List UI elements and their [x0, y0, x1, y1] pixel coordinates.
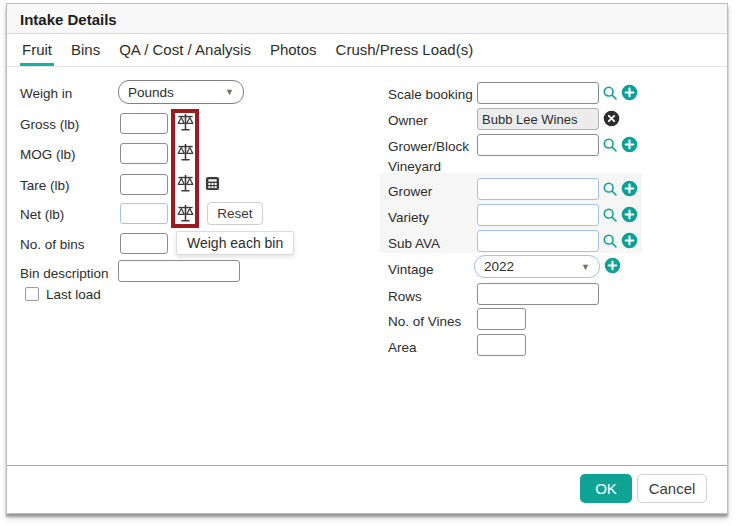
add-icon[interactable] [621, 180, 638, 197]
net-label: Net (lb) [20, 207, 64, 222]
weigh-each-bin-tooltip: Weigh each bin [176, 231, 294, 255]
dialog-titlebar: Intake Details [7, 4, 727, 34]
bins-count-label: No. of bins [20, 237, 85, 252]
add-icon[interactable] [621, 206, 638, 223]
intake-details-dialog: Intake Details Fruit Bins QA / Cost / An… [6, 3, 728, 514]
grower-input[interactable] [477, 178, 599, 200]
rows-label: Rows [388, 289, 422, 304]
grower-block-label: Grower/Block [388, 139, 469, 154]
reset-button[interactable]: Reset [207, 202, 263, 225]
vines-input[interactable] [477, 308, 526, 330]
tare-input[interactable] [120, 174, 168, 195]
grower-block-input[interactable] [477, 134, 599, 156]
weigh-in-value: Pounds [128, 85, 174, 100]
vintage-label: Vintage [388, 262, 434, 277]
vintage-value: 2022 [484, 259, 514, 274]
dialog-title: Intake Details [20, 11, 117, 28]
area-input[interactable] [477, 334, 526, 356]
scale-booking-label: Scale booking [388, 87, 473, 102]
variety-input[interactable] [477, 204, 599, 226]
tab-bar: Fruit Bins QA / Cost / Analysis Photos C… [7, 34, 727, 67]
sub-ava-label: Sub AVA [388, 236, 440, 251]
tare-label: Tare (lb) [20, 178, 70, 193]
weigh-in-label: Weigh in [20, 86, 72, 101]
chevron-down-icon: ▼ [581, 262, 590, 272]
cancel-button[interactable]: Cancel [637, 474, 707, 503]
ok-button[interactable]: OK [580, 474, 632, 503]
tab-crush-press-loads[interactable]: Crush/Press Load(s) [334, 41, 476, 66]
tab-bins[interactable]: Bins [69, 41, 102, 66]
weigh-in-dropdown[interactable]: Pounds ▼ [118, 80, 244, 104]
variety-label: Variety [388, 210, 429, 225]
scale-booking-input[interactable] [477, 82, 599, 104]
calculator-icon[interactable] [205, 176, 220, 191]
screen: Intake Details Fruit Bins QA / Cost / An… [0, 0, 738, 526]
vintage-dropdown[interactable]: 2022 ▼ [474, 255, 600, 278]
bin-description-input[interactable] [118, 260, 240, 282]
tab-photos[interactable]: Photos [268, 41, 319, 66]
search-icon[interactable] [602, 181, 618, 197]
add-icon[interactable] [621, 84, 638, 101]
search-icon[interactable] [602, 207, 618, 223]
vines-label: No. of Vines [388, 314, 461, 329]
highlight-annotation-box [171, 109, 199, 228]
net-input[interactable] [120, 203, 168, 224]
tab-fruit[interactable]: Fruit [20, 41, 54, 66]
search-icon[interactable] [602, 233, 618, 249]
tab-qa-cost-analysis[interactable]: QA / Cost / Analysis [117, 41, 253, 66]
add-icon[interactable] [604, 257, 621, 274]
last-load-checkbox[interactable] [25, 287, 39, 301]
search-icon[interactable] [602, 137, 618, 153]
gross-label: Gross (lb) [20, 117, 79, 132]
owner-label: Owner [388, 113, 428, 128]
chevron-down-icon: ▼ [225, 87, 234, 97]
bins-count-input[interactable] [120, 233, 168, 254]
owner-input[interactable] [477, 108, 599, 130]
sub-ava-input[interactable] [477, 230, 599, 252]
bin-description-label: Bin description [20, 266, 109, 281]
area-label: Area [388, 340, 417, 355]
vineyard-label: Vineyard [388, 159, 441, 174]
search-icon[interactable] [602, 85, 618, 101]
rows-input[interactable] [477, 283, 599, 305]
mog-input[interactable] [120, 143, 168, 164]
mog-label: MOG (lb) [20, 147, 76, 162]
gross-input[interactable] [120, 113, 168, 134]
add-icon[interactable] [621, 136, 638, 153]
grower-label: Grower [388, 184, 432, 199]
last-load-label: Last load [46, 287, 101, 302]
add-icon[interactable] [621, 232, 638, 249]
clear-icon[interactable] [603, 110, 620, 127]
